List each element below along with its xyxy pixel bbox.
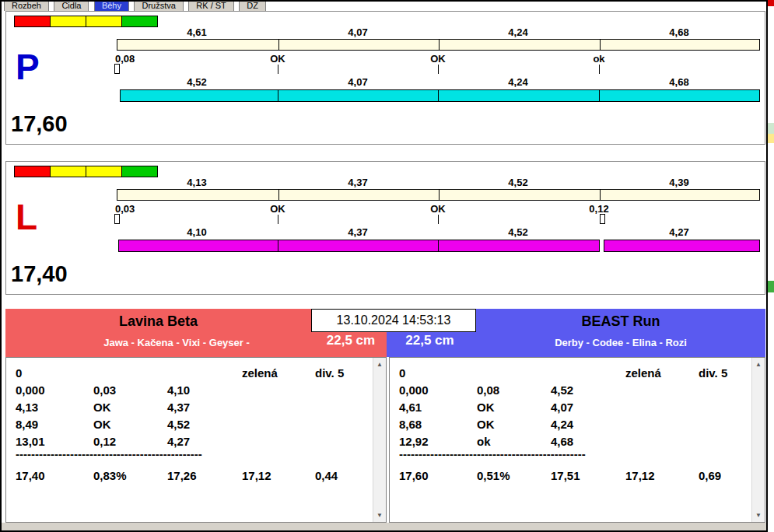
scroll-down-icon[interactable]: ▼ — [373, 509, 386, 522]
tick-mark — [599, 65, 600, 74]
timeline-bar — [117, 189, 760, 201]
team-right-results: 0 zelená div. 5 0,000 0,08 4,52 4,61 OK … — [389, 357, 765, 523]
lower-segment-time: 4,24 — [438, 76, 598, 88]
light-status: zelená — [242, 366, 278, 380]
totals-row: 17,40 0,83% 17,26 17,12 0,44 — [6, 469, 370, 485]
scroll-up-icon[interactable]: ▲ — [752, 358, 765, 371]
run-bar-segment — [438, 240, 600, 252]
run-bar-segment — [599, 89, 760, 102]
upper-segment-time: 4,13 — [117, 177, 277, 188]
tick-mark — [278, 65, 278, 74]
lower-segment-time: 4,27 — [599, 226, 759, 238]
lower-segment-time: 4,52 — [438, 226, 598, 238]
table-header-row: 0 zelená div. 5 — [390, 366, 749, 382]
crossing-status: OK — [407, 53, 469, 65]
separator-line: ----------------------------------------… — [399, 447, 586, 460]
desktop-edge — [768, 0, 774, 532]
desktop-edge-fragment — [768, 0, 774, 6]
upper-segment-time: 4,39 — [599, 177, 759, 188]
start-value: 0 — [16, 366, 22, 380]
tab-bar: Rozbeh Cidla Běhy Družstva RK / ST DZ — [4, 0, 268, 11]
desktop-edge-fragment — [768, 134, 774, 143]
start-marker — [114, 64, 120, 74]
scroll-down-icon[interactable]: ▼ — [752, 509, 765, 522]
app-window: Rozbeh Cidla Běhy Družstva RK / ST DZ 4,… — [0, 0, 774, 532]
upper-segment-time: 4,07 — [278, 26, 438, 38]
status-square — [50, 166, 86, 177]
datetime-display: 13.10.2024 14:53:13 — [311, 309, 476, 332]
status-square — [121, 16, 158, 27]
lane-panel-p: 4,61 4,07 4,24 4,68 0,08 OK OK ok 4,52 4… — [5, 11, 765, 145]
team-dogs-right: Derby - Codee - Elina - Rozi — [476, 337, 765, 348]
start-value: 0 — [399, 366, 405, 380]
totals-row: 17,60 0,51% 17,51 17,12 0,69 — [390, 469, 749, 485]
lane-total-time: 17,60 — [11, 111, 68, 137]
lower-segment-time: 4,37 — [278, 226, 438, 238]
crossing-marker — [600, 214, 605, 224]
table-row: 4,13 OK 4,37 — [6, 401, 370, 416]
lower-segment-time: 4,07 — [278, 76, 438, 88]
division-label: div. 5 — [699, 366, 727, 380]
table-row: 8,49 OK 4,52 — [6, 418, 370, 433]
timeline-bar — [117, 39, 760, 51]
scrollbar[interactable]: ▲ ▼ — [373, 358, 386, 522]
table-header-row: 0 zelená div. 5 — [6, 366, 370, 382]
bottom-strip — [2, 523, 766, 531]
upper-segment-time: 4,52 — [438, 177, 598, 188]
tab-rk-st[interactable]: RK / ST — [188, 0, 234, 11]
run-bar-segment — [278, 89, 439, 102]
lane-panel-l: 4,13 4,37 4,52 4,39 0,03 OK OK 0,12 4,10… — [5, 161, 765, 295]
scroll-up-icon[interactable]: ▲ — [373, 358, 386, 371]
lower-segment-time: 4,52 — [117, 76, 277, 88]
crossing-delta: 0,08 — [115, 53, 135, 65]
crossing-status: OK — [247, 53, 309, 65]
tab-behy[interactable]: Běhy — [94, 0, 129, 11]
run-bar-segment — [118, 240, 278, 252]
tab-rozbeh[interactable]: Rozbeh — [4, 0, 49, 11]
jump-height-left: 22,5 cm — [317, 333, 385, 348]
lane-letter: P — [16, 49, 40, 85]
crossing-status: OK — [247, 203, 309, 215]
team-name-left: Lavina Beta — [5, 313, 311, 330]
separator-line: ----------------------------------------… — [16, 447, 202, 460]
lower-segment-time: 4,68 — [599, 76, 759, 88]
table-row: 4,61 OK 4,07 — [390, 401, 749, 416]
jump-height-right: 22,5 cm — [393, 333, 467, 348]
run-bar-segment — [278, 240, 439, 252]
crossing-delta: 0,03 — [115, 203, 135, 215]
crossing-status: ok — [568, 53, 630, 65]
scrollbar[interactable]: ▲ ▼ — [751, 358, 765, 522]
status-square — [50, 16, 86, 27]
upper-segment-time: 4,37 — [278, 177, 438, 188]
table-row: 0,000 0,03 4,10 — [6, 383, 370, 399]
tick-mark — [438, 215, 439, 224]
crossing-delta: 0,12 — [568, 203, 630, 215]
lane-total-time: 17,40 — [11, 261, 68, 287]
status-square — [14, 166, 51, 177]
desktop-edge-fragment — [768, 123, 774, 134]
run-bar-segment — [438, 89, 600, 102]
team-name-right: BEAST Run — [476, 313, 765, 330]
desktop-edge-fragment — [768, 281, 774, 292]
tab-cidla[interactable]: Cidla — [54, 0, 89, 11]
table-row: 8,68 OK 4,24 — [390, 418, 749, 433]
tick-mark — [438, 65, 439, 74]
status-square — [121, 166, 158, 177]
timing-app: Rozbeh Cidla Běhy Družstva RK / ST DZ 4,… — [0, 0, 768, 532]
table-row: 0,000 0,08 4,52 — [390, 383, 749, 399]
upper-segment-time: 4,61 — [117, 26, 277, 38]
run-bar-segment — [120, 89, 278, 102]
start-marker — [114, 214, 120, 224]
division-label: div. 5 — [315, 366, 344, 380]
upper-segment-time: 4,24 — [438, 26, 598, 38]
light-status: zelená — [625, 366, 661, 380]
tab-druzstva[interactable]: Družstva — [134, 0, 183, 11]
status-square — [14, 16, 51, 27]
status-square — [86, 166, 122, 177]
tab-dz[interactable]: DZ — [239, 0, 266, 11]
team-dogs-left: Jawa - Kačena - Vixi - Geyser - — [5, 337, 348, 348]
team-left-results: 0 zelená div. 5 0,000 0,03 4,10 4,13 OK … — [5, 357, 387, 523]
lower-segment-time: 4,10 — [117, 226, 277, 238]
status-square — [86, 16, 122, 27]
crossing-status: OK — [407, 203, 469, 215]
